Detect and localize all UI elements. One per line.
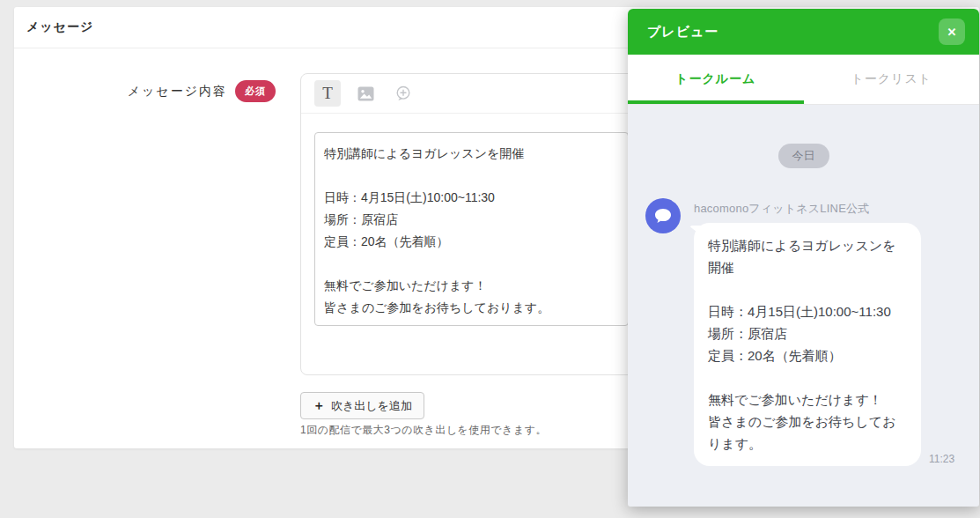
avatar [645, 198, 681, 233]
text-tool-icon: T [322, 84, 333, 103]
preview-title: プレビュー [647, 24, 718, 41]
required-badge: 必須 [235, 80, 276, 102]
emoji-tool-button[interactable] [390, 80, 416, 107]
add-bubble-label: 吹き出しを追加 [331, 398, 412, 414]
timestamp: 11:23 [929, 453, 954, 466]
close-icon: ✕ [947, 26, 957, 39]
tab-talk-room[interactable]: トークルーム [628, 55, 804, 104]
bubble-row: 特別講師によるヨガレッスンを開催 日時：4月15日(土)10:00~11:30 … [694, 223, 962, 466]
speech-bubble-icon [653, 207, 673, 225]
card-title: メッセージ [26, 19, 93, 35]
date-badge: 今日 [778, 144, 829, 168]
preview-header: プレビュー ✕ [628, 9, 979, 55]
message-content-label-row: メッセージ内容 必須 [26, 80, 276, 102]
image-tool-button[interactable] [352, 80, 379, 107]
message-content-label: メッセージ内容 [128, 84, 227, 100]
text-tool-button[interactable]: T [314, 80, 341, 107]
add-bubble-button[interactable]: ＋ 吹き出しを追加 [300, 392, 424, 419]
bubble-limit-helper-text: 1回の配信で最大3つの吹き出しを使用できます。 [300, 423, 547, 438]
editor-toolbar: T [301, 74, 669, 114]
message-column: hacomonoフィットネスLINE公式 特別講師によるヨガレッスンを開催 日時… [694, 198, 962, 466]
message-bubble: 特別講師によるヨガレッスンを開催 日時：4月15日(土)10:00~11:30 … [694, 223, 921, 466]
tab-talk-list[interactable]: トークリスト [804, 55, 980, 104]
preview-tabs: トークルーム トークリスト [628, 55, 979, 105]
image-icon [357, 86, 374, 101]
screen: メッセージ メッセージ内容 必須 T [0, 0, 980, 518]
chat-area: 今日 hacomonoフィットネスLINE公式 特別講師によるヨガレッスンを開催… [628, 105, 979, 507]
message-editor-panel: T [300, 73, 670, 375]
emoji-bubble-plus-icon [394, 85, 412, 102]
plus-icon: ＋ [313, 398, 325, 414]
preview-panel: プレビュー ✕ トークルーム トークリスト 今日 hacomonoフィットネスL… [628, 9, 979, 507]
message-textarea[interactable] [314, 132, 629, 326]
close-button[interactable]: ✕ [939, 18, 965, 45]
sender-name: hacomonoフィットネスLINE公式 [694, 201, 962, 217]
chat-message: hacomonoフィットネスLINE公式 特別講師によるヨガレッスンを開催 日時… [645, 198, 962, 466]
